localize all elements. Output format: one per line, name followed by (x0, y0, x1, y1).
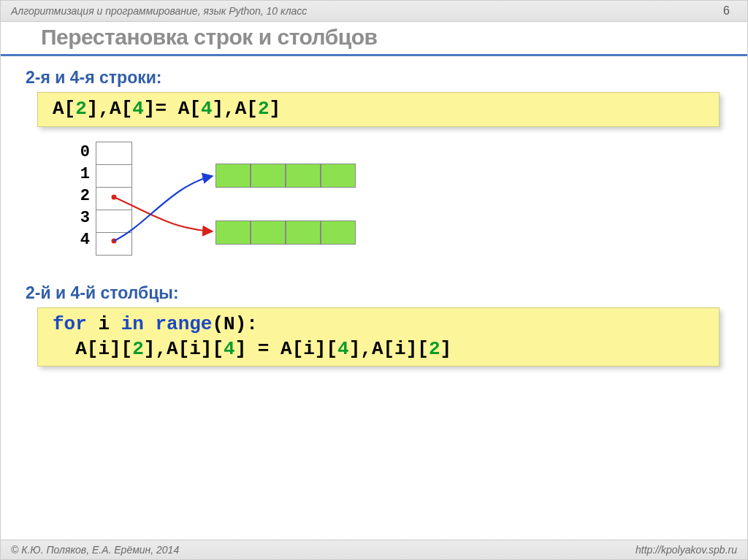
code-swap-rows: A[2],A[4]= A[4],A[2] (37, 92, 720, 127)
course-title: Алгоритмизация и программирование, язык … (11, 5, 307, 17)
row-vector-bottom (215, 220, 356, 245)
code-swap-cols: for i in range(N): A[i][2],A[i][4] = A[i… (37, 307, 720, 367)
header-bar: Алгоритмизация и программирование, язык … (1, 1, 747, 22)
row-vector-top (215, 164, 356, 188)
row-label-0: 0 (77, 142, 90, 164)
footer-authors: © К.Ю. Поляков, Е.А. Ерёмин, 2014 (11, 544, 179, 556)
page-number: 6 (723, 4, 737, 18)
matrix-column (96, 142, 132, 256)
slide-title: Перестановка строк и столбцов (1, 22, 747, 54)
row-label-1: 1 (77, 164, 90, 185)
section-heading-cols: 2-й и 4-й столбцы: (26, 283, 722, 303)
footer-bar: © К.Ю. Поляков, Е.А. Ерёмин, 2014 http:/… (1, 540, 747, 559)
row-label-4: 4 (77, 229, 90, 251)
row-label-2: 2 (77, 185, 90, 207)
row-label-3: 3 (77, 207, 90, 229)
footer-url: http://kpolyakov.spb.ru (636, 544, 737, 556)
swap-diagram: 0 1 2 3 4 (77, 142, 722, 266)
row-index-labels: 0 1 2 3 4 (77, 142, 90, 251)
section-heading-rows: 2-я и 4-я строки: (26, 68, 722, 88)
